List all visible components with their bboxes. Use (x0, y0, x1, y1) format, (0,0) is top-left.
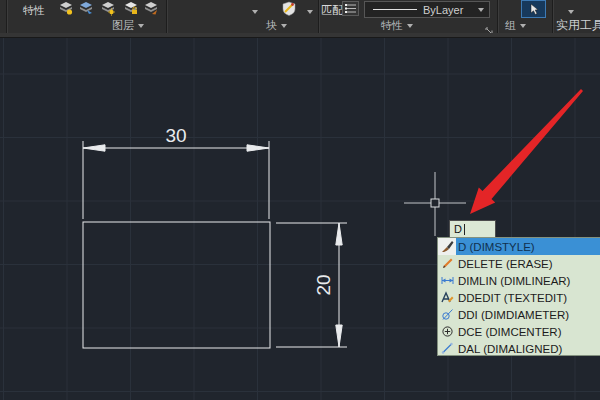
chevron-down-icon (520, 24, 526, 28)
autocomplete-item[interactable]: DIMLIN (DIMLINEAR) (438, 272, 600, 289)
chevron-down-icon (138, 24, 144, 28)
autocomplete-item[interactable]: D (DIMSTYLE) (438, 238, 600, 255)
ribbon-toolbar: 特性 图层 块 (0, 0, 600, 38)
pencil-icon (438, 255, 456, 272)
panel-divider (552, 0, 554, 33)
dimension-value-width: 30 (156, 125, 196, 147)
block-more-chevron[interactable] (301, 4, 319, 19)
chevron-down-icon (281, 24, 287, 28)
command-input[interactable]: D (449, 220, 496, 238)
block-panel-label: 块 (266, 19, 277, 32)
text-edit-icon (438, 289, 456, 306)
command-input-value: D (454, 221, 462, 237)
group-select-button[interactable] (521, 0, 546, 18)
layer-lock-icon[interactable] (122, 1, 140, 16)
group-panel-dropdown[interactable]: 组 (505, 19, 526, 32)
layer-match-icon[interactable] (142, 1, 160, 16)
panel-divider (166, 0, 168, 33)
utilities-panel-label[interactable]: 实用工具 (556, 19, 600, 32)
layers-panel-dropdown[interactable]: 图层 (112, 19, 144, 32)
center-mark-icon (438, 323, 456, 340)
linetype-value: ByLayer (423, 4, 478, 16)
linetype-dropdown[interactable]: ByLayer (364, 1, 490, 18)
autocomplete-item[interactable]: DAL (DIMALIGNED) (438, 340, 600, 357)
diameter-icon (438, 306, 456, 323)
block-flyout-chevron[interactable] (246, 4, 264, 19)
autocomplete-item[interactable]: DDEDIT (TEXTEDIT) (438, 289, 600, 306)
drawn-rectangle (83, 222, 270, 348)
linear-dimension-icon (438, 272, 456, 289)
horizontal-dimension (83, 141, 269, 219)
command-autocomplete-popup: D (DIMSTYLE) DELETE (ERASE) DIMLIN (DIML… (437, 237, 600, 356)
dimension-value-height: 20 (304, 265, 344, 305)
panel-divider (497, 0, 499, 33)
properties-panel-label: 特性 (381, 19, 403, 32)
properties-panel-dropdown[interactable]: 特性 (381, 19, 413, 32)
block-attribute-icon[interactable] (280, 1, 298, 16)
layer-on-icon[interactable] (57, 1, 75, 16)
dimension-arrowhead (336, 325, 342, 347)
brush-icon (438, 238, 456, 255)
text-caret (464, 224, 465, 235)
layer-freeze-icon[interactable] (77, 1, 95, 16)
group-panel-label: 组 (505, 19, 516, 32)
layers-panel-label: 图层 (112, 19, 134, 32)
chevron-down-icon (407, 24, 413, 28)
dimension-arrowhead (83, 145, 105, 151)
aligned-dimension-icon (438, 340, 456, 357)
layer-sun-icon[interactable] (99, 1, 117, 16)
properties-toggle-label: 特性 (23, 3, 45, 18)
autocad-window: 特性 图层 块 (0, 0, 600, 400)
match-properties-icon[interactable] (342, 1, 359, 16)
block-panel-dropdown[interactable]: 块 (266, 19, 287, 32)
match-properties-label[interactable]: 匹配 (321, 3, 343, 18)
autocomplete-item[interactable]: DDI (DIMDIAMETER) (438, 306, 600, 323)
dimension-arrowhead (336, 223, 342, 245)
panel-divider (6, 0, 8, 33)
autocomplete-item[interactable]: DCE (DIMCENTER) (438, 323, 600, 340)
annotation-arrow-icon (470, 89, 583, 214)
ribbon-bottom-strip (0, 33, 600, 38)
linetype-sample-line (373, 9, 417, 10)
chevron-down-icon (478, 8, 484, 12)
autocomplete-item[interactable]: DELETE (ERASE) (438, 255, 600, 272)
group-flyout-chevron[interactable] (562, 4, 580, 19)
